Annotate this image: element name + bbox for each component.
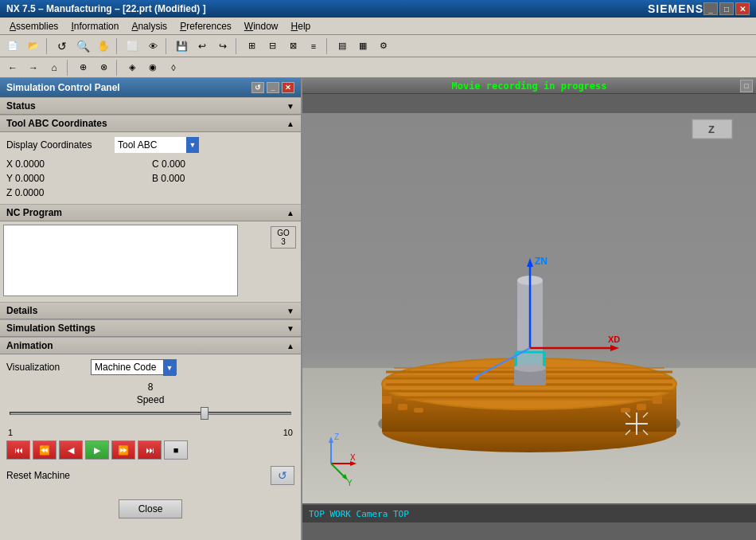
tb2-a[interactable]: ◈ <box>123 58 142 77</box>
speed-label: Speed <box>137 394 165 405</box>
viewport-header: Movie recording in progress □ <box>302 78 756 94</box>
svg-point-28 <box>514 364 546 372</box>
speed-slider-container <box>6 412 294 428</box>
panel-title-label: Simulation Control Panel <box>6 82 120 93</box>
reset-machine-row: Reset Machine ↺ <box>6 463 294 488</box>
y-coord-label: Y 0.0000 <box>6 173 45 184</box>
nc-textarea[interactable] <box>3 225 238 296</box>
tb-box[interactable]: ⬜ <box>123 37 142 56</box>
panel-title-bar: Simulation Control Panel ↺ _ ✕ <box>0 78 301 97</box>
tb-layers[interactable]: ▤ <box>333 37 352 56</box>
tb-extra2[interactable]: ⊟ <box>263 37 282 56</box>
nc-program-arrow-icon: ▲ <box>286 209 294 217</box>
panel-refresh-btn[interactable]: ↺ <box>251 82 264 93</box>
svg-rect-19 <box>414 408 423 413</box>
menu-window[interactable]: Window <box>238 19 285 33</box>
svg-rect-17 <box>382 396 392 404</box>
reset-machine-button[interactable]: ↺ <box>271 466 294 485</box>
menu-analysis[interactable]: Analysis <box>125 19 173 33</box>
tb-undo[interactable]: ↩ <box>193 37 212 56</box>
viewport-3d[interactable]: ZN XD Z Z X <box>302 94 756 522</box>
menu-preferences[interactable]: Preferences <box>173 19 238 33</box>
animation-arrow-icon: ▲ <box>286 342 294 350</box>
rewind-to-start-button[interactable]: ⏮ <box>6 440 30 460</box>
tb-extra4[interactable]: ≡ <box>304 37 323 56</box>
tool-coords-header[interactable]: Tool ABC Coordinates ▲ <box>0 115 301 132</box>
animation-header[interactable]: Animation ▲ <box>0 337 301 354</box>
play-forward-button[interactable]: ▶ <box>85 440 109 460</box>
visualization-dropdown-arrow[interactable]: ▼ <box>163 360 176 376</box>
slider-min-label: 1 <box>8 428 13 437</box>
status-arrow-icon: ▼ <box>286 102 294 111</box>
coord-grid: X 0.0000 C 0.000 Y 0.0000 B 0.000 Z 0.00… <box>6 158 294 199</box>
z-coord-label: Z 0.0000 <box>6 187 44 198</box>
panel-minimize-btn[interactable]: _ <box>267 82 279 93</box>
display-coords-label: Display Coordinates <box>6 139 110 151</box>
panel-controls: ↺ _ ✕ <box>251 82 294 93</box>
speed-slider-thumb[interactable] <box>201 407 208 420</box>
menu-assemblies[interactable]: Assemblies <box>3 19 64 33</box>
panel-close-btn[interactable]: ✕ <box>282 82 294 93</box>
nc-go-button[interactable]: GO3 <box>271 226 296 248</box>
display-coords-dropdown-arrow[interactable]: ▼ <box>186 137 199 153</box>
viewport-expand-button[interactable]: □ <box>740 80 753 92</box>
tb-redo[interactable]: ↪ <box>213 37 232 56</box>
tb2-back[interactable]: ← <box>3 58 22 77</box>
stop-button[interactable]: ■ <box>164 440 188 460</box>
fast-forward-button[interactable]: ⏭ <box>138 440 162 460</box>
maximize-button[interactable]: □ <box>719 2 734 15</box>
tb-sep1 <box>46 38 49 54</box>
sim-settings-section: Simulation Settings ▼ <box>0 319 301 337</box>
close-panel-button[interactable]: Close <box>119 499 182 518</box>
tb-rotate[interactable]: ↺ <box>53 37 72 56</box>
step-back-button[interactable]: ⏪ <box>33 440 57 460</box>
tb-zoom[interactable]: 🔍 <box>73 37 92 56</box>
speed-value-row: 8 <box>6 382 294 393</box>
scene-svg: ZN XD Z Z X <box>302 94 756 522</box>
sim-settings-header[interactable]: Simulation Settings ▼ <box>0 319 301 337</box>
tb2-b[interactable]: ◉ <box>143 58 162 77</box>
tb-extra1[interactable]: ⊞ <box>242 37 261 56</box>
tb2-c[interactable]: ◊ <box>164 58 183 77</box>
title-bar: NX 7.5 – Manufacturing – [22.prt (Modifi… <box>0 0 756 18</box>
sim-settings-label: Simulation Settings <box>6 323 95 334</box>
movie-recording-text: Movie recording in progress <box>451 80 606 92</box>
tb2-forward[interactable]: → <box>24 58 43 77</box>
reset-machine-label: Reset Machine <box>6 470 70 481</box>
step-forward-button[interactable]: ⏩ <box>111 440 135 460</box>
c-coord-label: C 0.000 <box>152 158 185 170</box>
tb-open[interactable]: 📂 <box>24 37 43 56</box>
details-header[interactable]: Details ▼ <box>0 302 301 319</box>
minimize-button[interactable]: _ <box>703 2 718 15</box>
tb-pan[interactable]: ✋ <box>94 37 113 56</box>
tb2-filter[interactable]: ⊗ <box>94 58 113 77</box>
tb2-select[interactable]: ⊕ <box>73 58 92 77</box>
display-coords-value[interactable]: Tool ABC <box>115 137 186 153</box>
nc-program-header[interactable]: NC Program ▲ <box>0 204 301 221</box>
tb-view[interactable]: 👁 <box>143 37 162 56</box>
tb-settings[interactable]: ⚙ <box>374 37 393 56</box>
menu-information[interactable]: Information <box>64 19 125 33</box>
visualization-value[interactable]: Machine Code <box>92 360 163 374</box>
menu-bar: Assemblies Information Analysis Preferen… <box>0 18 756 35</box>
x-coord: X 0.0000 <box>6 158 149 170</box>
tb-new[interactable]: 📄 <box>3 37 22 56</box>
window-title: NX 7.5 – Manufacturing – [22.prt (Modifi… <box>6 3 648 14</box>
svg-text:ZN: ZN <box>535 256 548 267</box>
b-coord: B 0.000 <box>152 172 294 185</box>
tb-display[interactable]: ▦ <box>353 37 372 56</box>
nc-program-section: NC Program ▲ GO3 <box>0 204 301 302</box>
visualization-row: Visualization Machine Code ▼ <box>6 359 294 375</box>
sim-control-panel: Simulation Control Panel ↺ _ ✕ Status ▼ … <box>0 78 302 540</box>
close-window-button[interactable]: ✕ <box>735 2 750 15</box>
menu-help[interactable]: Help <box>285 19 318 33</box>
speed-slider-track <box>10 412 291 415</box>
tb-save[interactable]: 💾 <box>172 37 191 56</box>
tb2-home[interactable]: ⌂ <box>45 58 64 77</box>
animation-label: Animation <box>6 340 53 351</box>
details-arrow-icon: ▼ <box>286 307 294 315</box>
tb-extra3[interactable]: ⊠ <box>283 37 302 56</box>
status-header[interactable]: Status ▼ <box>0 97 301 115</box>
nc-program-content: GO3 <box>0 221 301 302</box>
play-reverse-button[interactable]: ◀ <box>59 440 83 460</box>
